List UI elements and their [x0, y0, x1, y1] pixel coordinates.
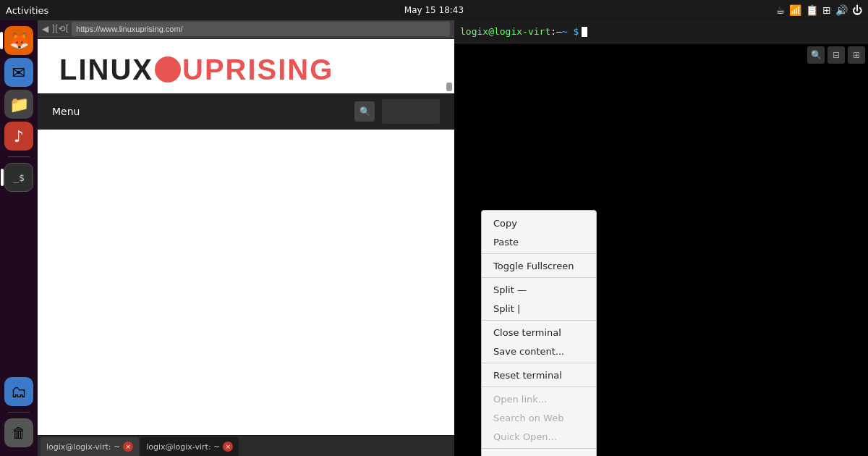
coffee-icon[interactable]: ☕ — [776, 4, 786, 16]
nav-buttons: ◀ ][⟲[ — [42, 24, 69, 34]
context-menu-item-paste[interactable]: Paste — [482, 232, 596, 251]
dock-item-mail[interactable]: ✉ — [4, 58, 33, 87]
terminal-cursor — [582, 27, 587, 37]
dock-divider2 — [8, 412, 30, 413]
website-body: LINUXUPRISING Menu 🔍 — [38, 39, 454, 435]
context-menu-item-open-link: Open link... — [482, 389, 596, 408]
top-bar-left: Activities — [6, 5, 48, 16]
nav-brackets: ][⟲[ — [51, 24, 69, 34]
context-menu-item-copy[interactable]: Copy — [482, 214, 596, 232]
clipboard-icon[interactable]: 📋 — [806, 4, 818, 16]
dock: 🦊 ✉ 📁 ♪ _$ 🗂 🗑 — [0, 20, 38, 456]
terminal-tabbar: logix@logix-virt: ~ × logix@logix-virt: … — [38, 435, 454, 456]
dock-item-files[interactable]: 📁 — [4, 90, 33, 119]
context-menu-item-search-web: Search on Web — [482, 408, 596, 427]
main-area: ◀ ][⟲[ LINUXUPRISING Menu 🔍 — [38, 20, 868, 456]
dock-item-terminal[interactable]: _$ — [4, 163, 33, 192]
terminal-icon: _$ — [13, 172, 25, 183]
apps-icon[interactable]: ⊞ — [822, 4, 831, 16]
scroll-indicator[interactable] — [446, 83, 452, 91]
context-menu-separator — [482, 363, 596, 363]
context-menu-item-reset-terminal[interactable]: Reset terminal — [482, 366, 596, 384]
context-menu-item-toggle-fullscreen[interactable]: Toggle Fullscreen — [482, 256, 596, 275]
terminal-tab-1[interactable]: logix@logix-virt: ~ × — [41, 437, 139, 456]
context-menu-separator — [482, 277, 596, 278]
trash-icon: 🗑 — [12, 424, 26, 442]
site-nav: Menu 🔍 — [38, 93, 454, 130]
site-nav-icons: 🔍 — [354, 99, 440, 124]
dock-item-trash[interactable]: 🗑 — [4, 418, 33, 447]
rhythmbox-icon: ♪ — [14, 127, 24, 145]
terminal-split-btn[interactable]: ⊟ — [827, 46, 845, 64]
terminal-search-btn[interactable]: 🔍 — [807, 46, 825, 64]
mail-icon: ✉ — [12, 64, 25, 82]
terminal-tab-1-label: logix@logix-virt: ~ — [46, 442, 120, 452]
dock-item-rhythmbox[interactable]: ♪ — [4, 122, 33, 151]
left-panel: ◀ ][⟲[ LINUXUPRISING Menu 🔍 — [38, 20, 454, 456]
address-input[interactable] — [72, 22, 450, 36]
volume-icon[interactable]: 🔊 — [835, 4, 848, 16]
prompt-symbol: $ — [574, 26, 579, 37]
site-logo-area: LINUXUPRISING — [38, 39, 454, 93]
terminal-tab-2[interactable]: logix@logix-virt: ~ × — [140, 437, 239, 456]
nav-icon-search[interactable]: 🔍 — [354, 101, 375, 122]
network-icon[interactable]: 📶 — [789, 4, 801, 16]
terminal-prompt: logix@logix-virt:—~ $ — [460, 26, 579, 37]
context-menu-item-quick-open: Quick Open... — [482, 427, 596, 446]
top-bar: Activities May 15 18:43 ☕ 📶 📋 ⊞ 🔊 ⏻ — [0, 0, 868, 20]
dock-divider — [8, 156, 30, 157]
files-icon: 📁 — [9, 96, 29, 114]
site-logo: LINUXUPRISING — [59, 54, 333, 86]
site-nav-menu[interactable]: Menu — [52, 106, 80, 117]
context-menu-item-split-h[interactable]: Split — — [482, 280, 596, 299]
terminal-expand-btn[interactable]: ⊞ — [848, 46, 865, 64]
top-bar-datetime: May 15 18:43 — [404, 5, 464, 15]
dock-item-filemgr[interactable]: 🗂 — [4, 377, 33, 406]
context-menu-separator — [482, 387, 596, 387]
dock-item-firefox[interactable]: 🦊 — [4, 26, 33, 55]
prompt-path: ~ — [562, 26, 568, 37]
firefox-icon: 🦊 — [9, 32, 29, 50]
terminal-tab-1-close[interactable]: × — [123, 442, 133, 452]
terminal-toolbar: 🔍 ⊟ ⊞ — [807, 46, 865, 64]
logo-uprising: UPRISING — [182, 54, 333, 85]
nav-back-icon[interactable]: ◀ — [42, 24, 48, 34]
prompt-sep: :— — [550, 26, 562, 37]
context-menu: CopyPasteToggle FullscreenSplit —Split |… — [481, 210, 597, 456]
logo-linux: LINUX — [59, 54, 153, 85]
context-menu-item-split-v[interactable]: Split | — [482, 299, 596, 318]
context-menu-separator — [482, 448, 596, 449]
context-menu-separator — [482, 253, 596, 254]
logo-dot — [155, 56, 181, 83]
terminal-tab-2-label: logix@logix-virt: ~ — [146, 442, 220, 452]
top-bar-right: ☕ 📶 📋 ⊞ 🔊 ⏻ — [776, 4, 862, 16]
context-menu-separator — [482, 320, 596, 321]
terminal-tab-2-close[interactable]: × — [223, 442, 233, 452]
filemgr-icon: 🗂 — [11, 383, 27, 401]
activities-button[interactable]: Activities — [6, 5, 48, 16]
power-icon[interactable]: ⏻ — [852, 4, 862, 16]
prompt-user: logix@logix-virt — [460, 26, 550, 37]
dock-bottom: 🗂 🗑 — [4, 377, 33, 456]
context-menu-item-save-content[interactable]: Save content... — [482, 342, 596, 360]
context-menu-item-preferences[interactable]: Preferences — [482, 451, 596, 456]
address-bar: ◀ ][⟲[ — [38, 20, 454, 39]
terminal-header: logix@logix-virt:—~ $ — [454, 20, 868, 43]
context-menu-item-close-terminal[interactable]: Close terminal — [482, 323, 596, 342]
nav-dark-block — [382, 99, 440, 124]
